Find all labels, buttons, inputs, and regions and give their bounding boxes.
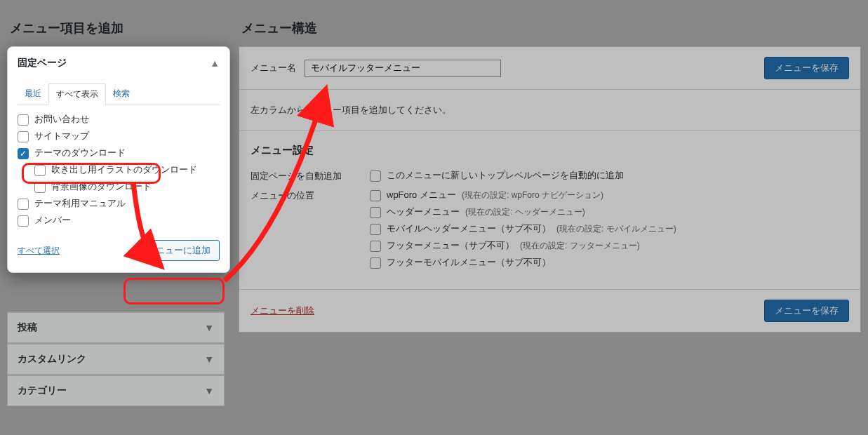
checkbox-icon[interactable] <box>18 215 29 227</box>
page-label: テーマのダウンロード <box>34 147 126 159</box>
caret-up-icon: ▲ <box>210 58 220 69</box>
tab-search[interactable]: 検索 <box>106 83 137 105</box>
pages-checkbox-list[interactable]: お問い合わせサイトマップテーマのダウンロード吹き出し用イラストのダウンロード背景… <box>18 108 220 232</box>
page-label: 吹き出し用イラストのダウンロード <box>51 163 197 176</box>
page-checkbox-row[interactable]: メンバー <box>18 212 220 229</box>
page-checkbox-row[interactable]: 吹き出し用イラストのダウンロード <box>18 161 220 178</box>
page-label: テーマ利用マニュアル <box>34 197 126 210</box>
checkbox-icon[interactable] <box>34 182 46 193</box>
checkbox-icon[interactable] <box>18 148 29 159</box>
page-checkbox-row[interactable]: テーマ利用マニュアル <box>18 195 220 212</box>
add-to-menu-button[interactable]: メニューに追加 <box>138 240 220 261</box>
page-checkbox-row[interactable]: サイトマップ <box>18 128 220 145</box>
pages-panel-header[interactable]: 固定ページ ▲ <box>8 47 229 79</box>
pages-tabs: 最近 すべて表示 検索 <box>18 83 220 105</box>
page-checkbox-row[interactable]: お問い合わせ <box>18 111 220 128</box>
page-label: メンバー <box>34 214 71 227</box>
checkbox-icon[interactable] <box>34 165 46 176</box>
tab-all[interactable]: すべて表示 <box>48 83 106 105</box>
select-all-link[interactable]: すべて選択 <box>18 245 60 257</box>
pages-panel: 固定ページ ▲ 最近 すべて表示 検索 お問い合わせサイトマップテーマのダウンロ… <box>7 46 230 273</box>
page-label: サイトマップ <box>34 130 89 142</box>
checkbox-icon[interactable] <box>18 114 29 126</box>
page-checkbox-row[interactable]: 背景画像のダウンロード <box>18 178 220 195</box>
page-label: 背景画像のダウンロード <box>51 180 152 193</box>
tab-recent[interactable]: 最近 <box>18 83 48 105</box>
page-label: お問い合わせ <box>34 113 89 126</box>
page-checkbox-row[interactable]: テーマのダウンロード <box>18 145 220 161</box>
checkbox-icon[interactable] <box>18 131 29 142</box>
checkbox-icon[interactable] <box>18 199 29 210</box>
pages-panel-title: 固定ページ <box>18 57 67 69</box>
